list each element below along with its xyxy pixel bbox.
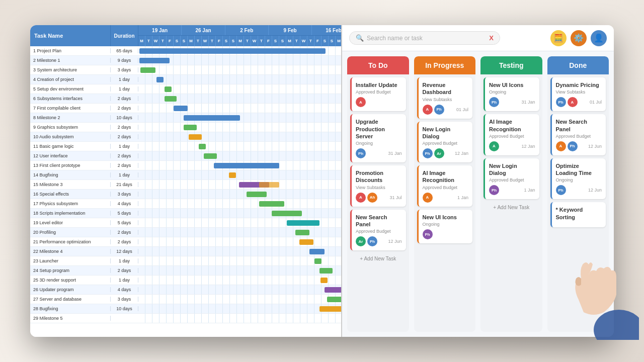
week-19jan: 19 Jan <box>138 25 182 35</box>
card-footer: Ph <box>423 229 469 239</box>
card-subtitle: Ongoing <box>356 141 402 146</box>
kanban-card[interactable]: Upgrade Production Server Ongoing Ph 31 … <box>350 114 406 162</box>
card-title: AI Image Recognition <box>423 169 469 184</box>
avatar: A <box>556 141 566 151</box>
card-avatars: ArPh <box>356 236 377 246</box>
table-row: 11 Basic game logic1 day <box>30 142 341 151</box>
card-subtitle: Approved Budget <box>423 185 469 190</box>
card-title: New UI Icons <box>423 214 469 221</box>
card-title: Installer Update <box>356 81 402 88</box>
card-footer: ArPh 12 Jun <box>356 236 402 246</box>
card-title: Upgrade Production Server <box>356 118 402 140</box>
week-16feb: 16 Feb <box>312 25 342 35</box>
kanban-card[interactable]: AI Image Recognition Approved Budget A 1… <box>484 114 539 155</box>
kanban-card[interactable]: New Login Dialog Approved Budget Ph 1 Ja… <box>484 158 539 200</box>
add-task-button[interactable]: + Add New Task <box>350 253 406 264</box>
kanban-card[interactable]: New UI Icons Ongoing Ph 31 Jan <box>484 77 539 111</box>
card-footer: Ph 1 Jan <box>489 185 535 195</box>
add-task-button[interactable]: + Add New Task <box>484 202 539 213</box>
kanban-card[interactable]: Revenue Dashboard View Subtasks APh 01 J… <box>417 77 473 119</box>
card-avatars: Ph <box>489 185 499 195</box>
avatar: A <box>423 105 433 115</box>
card-footer: A 12 Jan <box>489 141 535 151</box>
card-date: 31 Jan <box>521 100 535 105</box>
card-avatars: A <box>489 141 499 151</box>
table-row: 27 Server and database3 days <box>30 295 341 304</box>
card-subtitle: Approved Budget <box>556 134 602 139</box>
card-avatars: AAh <box>356 193 377 203</box>
card-date: 31 Jul <box>389 195 401 200</box>
search-icon: 🔍 <box>356 34 364 42</box>
card-avatars: Ph <box>556 185 566 195</box>
task-col-header: Task Name <box>30 25 111 46</box>
card-subtitle: View Subtasks <box>356 185 402 190</box>
kanban-card[interactable]: New Search Panel Approved Budget APh 12 … <box>550 114 606 155</box>
card-footer: AAh 31 Jul <box>356 193 402 203</box>
avatar: Ph <box>367 236 377 246</box>
settings-button[interactable]: ⚙️ <box>571 30 587 46</box>
table-row: 19 Level editor5 days <box>30 218 341 228</box>
search-clear-button[interactable]: X <box>489 34 494 42</box>
card-title: AI Image Recognition <box>489 118 535 133</box>
kanban-card[interactable]: AI Image Recognition Approved Budget A 1… <box>417 165 473 207</box>
card-title: Optimize Loading Time <box>556 162 602 177</box>
card-footer: Ph 31 Jan <box>489 97 535 107</box>
kanban-columns: To Do Installer Update Approved Budget A… <box>342 51 614 337</box>
avatar: Ar <box>434 148 444 158</box>
table-row: 24 Setup program2 days <box>30 266 341 276</box>
table-row: 20 Profiling2 days <box>30 228 341 237</box>
table-row: 25 3D render support1 day <box>30 276 341 285</box>
table-row: 26 Updater program4 days <box>30 285 341 295</box>
avatar: Ph <box>434 105 444 115</box>
card-title: Promotion Discounts <box>356 169 402 184</box>
task-col-label: Task Name <box>34 33 63 39</box>
calculator-button[interactable]: 🧮 <box>550 30 567 46</box>
col-header-todo: To Do <box>347 56 409 74</box>
avatar: Ph <box>556 97 566 107</box>
table-row: 5 Setup dev environment1 day <box>30 84 341 94</box>
card-footer: Ph 31 Jan <box>356 148 402 158</box>
card-subtitle: Approved Budget <box>356 229 402 234</box>
date-week-row: 19 Jan 26 Jan 2 Feb 9 Feb 16 Feb 23 F <box>138 25 342 36</box>
user-button[interactable]: 👤 <box>591 30 607 46</box>
card-title: New Search Panel <box>356 214 402 228</box>
card-avatars: A <box>356 97 366 107</box>
card-subtitle: Ongoing <box>556 177 602 183</box>
table-row: 10 Audio subsystem2 days <box>30 132 341 142</box>
avatar: Ph <box>423 148 433 158</box>
card-avatars: Ph <box>423 229 433 239</box>
kanban-panel: 🔍 Search name or task X 🧮 ⚙️ 👤 To Do Ins… <box>342 25 614 337</box>
card-avatars: Ph <box>356 148 366 158</box>
kanban-card[interactable]: New Login Dialog Approved Budget PhAr 12… <box>417 122 473 163</box>
kanban-card[interactable]: New Search Panel Approved Budget ArPh 12… <box>350 210 406 251</box>
avatar: A <box>489 141 499 151</box>
search-box[interactable]: 🔍 Search name or task X <box>349 31 500 45</box>
kanban-card[interactable]: Optimize Loading Time Ongoing Ph 12 Jun <box>550 158 606 200</box>
table-row: 18 Scripts implementation5 days <box>30 209 341 218</box>
kanban-col-testing: Testing New UI Icons Ongoing Ph 31 Jan A… <box>480 56 542 332</box>
kanban-card[interactable]: Installer Update Approved Budget A <box>350 77 406 111</box>
search-placeholder: Search name or task <box>367 35 489 42</box>
avatar: Ar <box>356 236 366 246</box>
card-date: 1 Jan <box>524 188 535 193</box>
table-row: 3 System architecture3 days <box>30 65 341 75</box>
card-date: 31 Jan <box>388 151 401 156</box>
card-subtitle: Ongoing <box>489 89 535 95</box>
card-title: Revenue Dashboard <box>423 81 469 96</box>
kanban-card[interactable]: * Keyword Sorting <box>550 202 606 227</box>
card-date: 01 Jul <box>590 100 602 105</box>
card-avatars: Ph <box>489 97 499 107</box>
col-header-testing: Testing <box>480 56 542 74</box>
kanban-card[interactable]: Promotion Discounts View Subtasks AAh 31… <box>350 165 406 207</box>
table-row: 23 Launcher1 day <box>30 256 341 266</box>
card-footer: A 1 Jan <box>423 193 469 203</box>
card-subtitle: Ongoing <box>423 222 469 227</box>
card-subtitle: Approved Budget <box>423 141 469 146</box>
dur-col-header: Duration <box>111 25 138 46</box>
gantt-body: 1 Project Plan65 days 2 Milestone 19 day… <box>30 46 341 337</box>
kanban-toolbar: 🔍 Search name or task X 🧮 ⚙️ 👤 <box>342 25 614 51</box>
table-row: 21 Performance optimization2 days <box>30 237 341 247</box>
kanban-card[interactable]: New UI Icons Ongoing Ph <box>417 210 473 243</box>
table-row: 12 User interface2 days <box>30 151 341 161</box>
kanban-card[interactable]: Dynamic Pricing View Subtasks PhA 01 Jul <box>550 77 606 111</box>
